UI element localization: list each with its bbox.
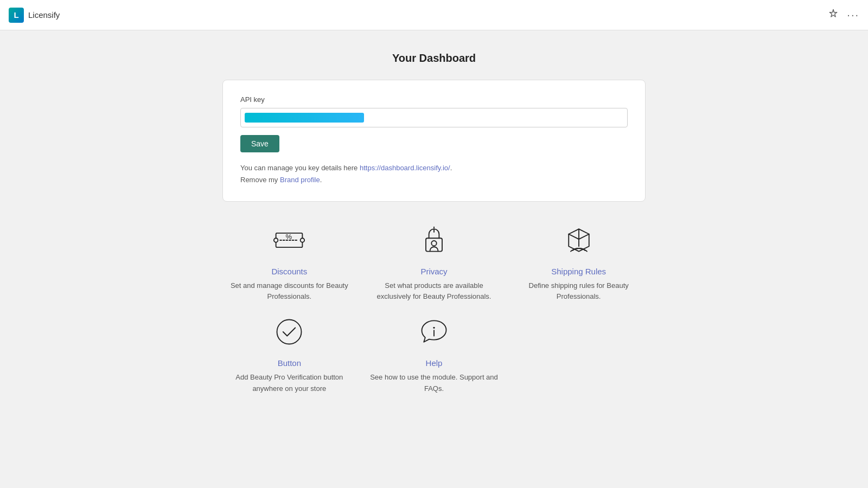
api-info-text: You can manage you key details here http…: [240, 162, 628, 186]
button-link[interactable]: Button: [278, 358, 301, 368]
page-title: Your Dashboard: [392, 52, 476, 65]
feature-button: Button Add Beauty Pro Verification butto…: [222, 313, 356, 394]
main-content: Your Dashboard API key Save You can mana…: [0, 30, 868, 416]
svg-line-10: [569, 234, 579, 239]
api-info-suffix: .: [450, 164, 452, 172]
svg-text:%: %: [286, 233, 292, 241]
brand-profile-link[interactable]: Brand profile: [280, 176, 320, 184]
empty-cell: [512, 313, 646, 394]
feature-grid-row1: % Discounts Set and manage discounts for…: [222, 221, 646, 302]
svg-point-12: [277, 320, 302, 344]
feature-shipping: Shipping Rules Define shipping rules for…: [512, 221, 646, 302]
api-key-input-wrapper: [240, 108, 628, 127]
logo-letter: L: [14, 10, 18, 20]
shipping-link[interactable]: Shipping Rules: [551, 267, 606, 276]
topbar-left: L Licensify: [9, 8, 60, 23]
app-logo: L: [9, 8, 24, 23]
shipping-icon: [560, 221, 598, 259]
svg-point-15: [433, 328, 435, 329]
privacy-link[interactable]: Privacy: [420, 267, 447, 276]
save-button[interactable]: Save: [240, 135, 279, 152]
api-key-card: API key Save You can manage you key deta…: [222, 80, 646, 202]
help-link[interactable]: Help: [426, 358, 443, 368]
discounts-icon: %: [270, 221, 308, 259]
api-key-label: API key: [240, 95, 628, 104]
privacy-icon: [415, 221, 453, 259]
remove-prefix: Remove my: [240, 176, 280, 184]
feature-privacy: Privacy Set what products are available …: [367, 221, 501, 302]
svg-point-6: [431, 241, 436, 246]
button-desc: Add Beauty Pro Verification button anywh…: [222, 372, 356, 394]
help-desc: See how to use the module. Support and F…: [367, 372, 501, 394]
brand-suffix: .: [320, 176, 322, 184]
topbar: L Licensify ···: [0, 0, 868, 30]
feature-help: Help See how to use the module. Support …: [367, 313, 501, 394]
app-name: Licensify: [28, 10, 60, 20]
more-icon[interactable]: ···: [847, 9, 859, 21]
api-key-input[interactable]: [240, 108, 628, 127]
dashboard-link[interactable]: https://dashboard.licensify.io/: [360, 164, 450, 172]
privacy-desc: Set what products are available exclusiv…: [367, 280, 501, 302]
feature-grid-row2: Button Add Beauty Pro Verification butto…: [222, 313, 646, 394]
discounts-desc: Set and manage discounts for Beauty Prof…: [222, 280, 356, 302]
shipping-desc: Define shipping rules for Beauty Profess…: [512, 280, 646, 302]
button-icon: [270, 313, 308, 351]
svg-point-2: [301, 238, 305, 242]
feature-discounts: % Discounts Set and manage discounts for…: [222, 221, 356, 302]
svg-line-11: [579, 234, 589, 239]
pin-icon[interactable]: [828, 9, 838, 21]
help-icon: [415, 313, 453, 351]
topbar-right: ···: [828, 9, 859, 21]
api-info-prefix: You can manage you key details here: [240, 164, 360, 172]
svg-point-1: [274, 238, 278, 242]
discounts-link[interactable]: Discounts: [271, 267, 307, 276]
svg-rect-5: [426, 238, 442, 251]
